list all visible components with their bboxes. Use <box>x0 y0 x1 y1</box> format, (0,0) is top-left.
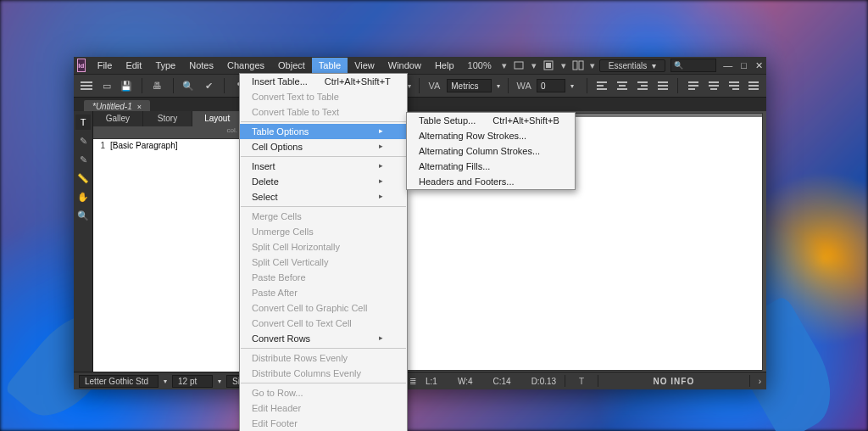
menu-file[interactable]: File <box>91 58 120 73</box>
status-bar: Letter Gothic Std ▾ 12 pt ▾ Singlespace … <box>74 372 766 389</box>
menu-item: Distribute Columns Evenly <box>240 366 407 381</box>
svg-rect-4 <box>579 61 583 70</box>
app-logo-icon: Id <box>77 59 86 72</box>
chevron-down-icon: ▾ <box>652 61 656 70</box>
panel-body[interactable]: 1 [Basic Paragraph] <box>93 139 242 372</box>
hand-tool-icon[interactable]: ✋ <box>75 189 91 204</box>
panel-tab-story[interactable]: Story <box>143 111 193 126</box>
spell-icon[interactable]: ✔ <box>201 78 216 93</box>
menu-edit[interactable]: Edit <box>119 58 148 73</box>
kerning-field[interactable]: Metrics <box>447 79 492 92</box>
chevron-down-icon[interactable]: ▾ <box>497 82 500 90</box>
justify-center-icon[interactable] <box>706 78 721 93</box>
control-bar: ▭ 💾 🖶 🔍 ✔ ¶ T 12 pt ▾ A (14.4 pt) ▾ VA M… <box>74 74 766 98</box>
screen-mode-icon[interactable] <box>542 59 554 72</box>
justify-left-icon[interactable] <box>686 78 701 93</box>
chevron-down-icon[interactable]: ▾ <box>164 378 167 385</box>
menu-item: Convert Cell to Text Cell <box>240 316 407 331</box>
panel-tab-layout[interactable]: Layout <box>192 111 242 126</box>
svg-rect-11 <box>617 81 627 83</box>
find-icon[interactable]: 🔍 <box>181 78 197 93</box>
open-icon[interactable]: ▭ <box>99 78 114 93</box>
menu-item[interactable]: Insert Table...Ctrl+Alt+Shift+T <box>240 74 407 89</box>
kerning-icon: VA <box>427 78 442 93</box>
workspace-switcher[interactable]: Essentials▾ <box>599 59 666 72</box>
menu-type[interactable]: Type <box>148 58 182 73</box>
font-family-combo[interactable]: Letter Gothic Std <box>79 375 159 388</box>
menu-item[interactable]: Table Options▸ <box>240 124 407 139</box>
word-stat: W:4 <box>458 377 473 386</box>
table-options-submenu: Table Setup...Ctrl+Alt+Shift+BAlternatin… <box>406 112 576 190</box>
minimize-button[interactable]: — <box>723 60 732 71</box>
menu-item[interactable]: Cell Options▸ <box>240 139 407 154</box>
justify-icon[interactable] <box>655 78 670 93</box>
view-options-icon[interactable] <box>513 59 525 72</box>
svg-rect-9 <box>597 85 604 87</box>
paragraph-style-label: [Basic Paragraph] <box>110 141 178 150</box>
dropdown-icon[interactable]: ▾ <box>530 59 537 72</box>
menu-icon[interactable] <box>79 78 94 93</box>
tool-rail: T ✎ ✎ 📏 ✋ 🔍 <box>74 111 93 372</box>
search-input[interactable]: 🔍 <box>670 59 716 72</box>
maximize-button[interactable]: □ <box>741 60 747 71</box>
justify-right-icon[interactable] <box>726 78 742 93</box>
search-icon: 🔍 <box>671 61 683 70</box>
panel-tab-galley[interactable]: Galley <box>93 111 143 126</box>
menu-changes[interactable]: Changes <box>220 58 271 73</box>
menu-item[interactable]: Delete▸ <box>240 174 407 189</box>
justify-all-icon[interactable] <box>746 78 761 93</box>
dropdown-icon[interactable]: ▾ <box>559 59 567 72</box>
save-icon[interactable]: 💾 <box>119 78 134 93</box>
chevron-down-icon[interactable]: ▾ <box>218 378 221 385</box>
chevron-down-icon[interactable]: ▾ <box>408 82 411 90</box>
menu-item-label: Insert Table... <box>252 76 308 87</box>
menu-item[interactable]: Convert Rows▸ <box>240 331 407 346</box>
eyedropper-icon[interactable]: ✎ <box>75 152 91 167</box>
close-button[interactable]: ✕ <box>755 60 763 71</box>
submenu-item[interactable]: Alternating Column Strokes... <box>407 143 575 159</box>
align-left-icon[interactable] <box>595 78 610 93</box>
menu-item: Paste Before <box>240 270 407 285</box>
dropdown-icon[interactable]: ▾ <box>589 59 597 72</box>
menu-view[interactable]: View <box>348 58 381 73</box>
menu-item-label: Insert <box>252 161 275 171</box>
font-size-combo[interactable]: 12 pt <box>172 375 213 388</box>
type-tool-icon[interactable]: T <box>75 115 91 130</box>
menu-item[interactable]: Select▸ <box>240 189 407 204</box>
submenu-arrow-icon: ▸ <box>379 176 383 187</box>
menu-object[interactable]: Object <box>271 58 312 73</box>
close-tab-icon[interactable]: × <box>137 103 142 111</box>
note-tool-icon[interactable]: ✎ <box>75 133 91 148</box>
submenu-item[interactable]: Alternating Row Strokes... <box>407 128 575 143</box>
chevron-down-icon[interactable]: ▾ <box>570 82 574 90</box>
char-stat: C:14 <box>493 377 511 386</box>
tracking-field[interactable]: 0 <box>537 79 565 92</box>
print-icon[interactable]: 🖶 <box>150 78 165 93</box>
svg-rect-22 <box>688 88 695 90</box>
menu-shortcut: Ctrl+Alt+Shift+B <box>492 115 559 126</box>
svg-rect-0 <box>515 62 523 69</box>
zoom-tool-icon[interactable]: 🔍 <box>75 208 91 223</box>
chevron-right-icon[interactable]: › <box>759 377 761 386</box>
align-right-icon[interactable] <box>635 78 650 93</box>
align-center-icon[interactable] <box>615 78 630 93</box>
arrange-icon[interactable] <box>572 59 584 72</box>
measure-icon[interactable]: 📏 <box>75 171 91 186</box>
zoom-dropdown-icon[interactable]: ▾ <box>501 59 509 72</box>
workspace-label: Essentials <box>609 61 648 70</box>
zoom-level[interactable]: 100% <box>468 60 492 70</box>
menu-item[interactable]: Insert▸ <box>240 159 407 174</box>
menu-table[interactable]: Table <box>312 58 348 73</box>
svg-rect-5 <box>81 81 92 83</box>
menu-notes[interactable]: Notes <box>182 58 220 73</box>
menu-bar: Id FileEditTypeNotesChangesObjectTableVi… <box>74 57 766 74</box>
submenu-item[interactable]: Table Setup...Ctrl+Alt+Shift+B <box>407 113 575 128</box>
menu-item-label: Cell Options <box>252 142 303 152</box>
menu-item-label: Convert Table to Text <box>252 107 339 117</box>
svg-rect-26 <box>729 81 739 83</box>
menu-help[interactable]: Help <box>428 58 461 73</box>
menu-window[interactable]: Window <box>381 58 428 73</box>
submenu-item[interactable]: Headers and Footers... <box>407 174 575 189</box>
submenu-item[interactable]: Alternating Fills... <box>407 159 575 174</box>
menu-item: Paste After <box>240 285 407 300</box>
